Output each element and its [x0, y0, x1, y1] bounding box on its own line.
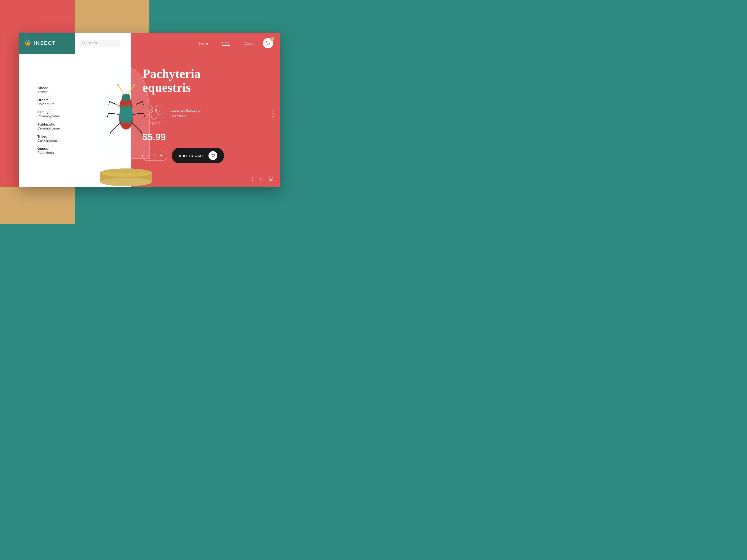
dot-1 — [273, 110, 274, 111]
svg-line-7 — [118, 85, 124, 95]
instagram-icon[interactable] — [269, 177, 273, 182]
svg-point-29 — [267, 44, 268, 45]
bg-top-center — [75, 0, 149, 33]
svg-line-20 — [144, 113, 145, 117]
nav-bar: Home Shop About 1 — [131, 33, 280, 54]
svg-line-15 — [111, 123, 120, 132]
svg-line-1 — [85, 44, 86, 45]
svg-line-8 — [128, 85, 134, 95]
svg-line-21 — [110, 132, 111, 135]
logo-text: INSECT — [34, 40, 56, 46]
add-to-cart-label: ADD TO CART — [179, 154, 205, 158]
cart-badge: 1 — [270, 37, 274, 41]
nav-links: Home Shop About — [199, 41, 254, 46]
vertical-divider — [273, 63, 273, 82]
svg-line-16 — [132, 123, 141, 132]
nav-home[interactable]: Home — [199, 41, 208, 45]
svg-point-9 — [117, 84, 119, 86]
cart-button[interactable]: 1 — [263, 38, 273, 48]
jar-base — [100, 168, 152, 187]
bell-jar-container — [96, 65, 156, 187]
svg-point-28 — [100, 168, 152, 177]
svg-line-22 — [141, 132, 143, 135]
svg-line-13 — [108, 113, 119, 114]
bg-bottom-left — [0, 187, 75, 224]
search-placeholder: Search... — [88, 41, 101, 45]
svg-point-6 — [122, 94, 130, 101]
product-meta: Locality: Malaysia Sex: Male — [171, 108, 200, 118]
svg-line-24 — [132, 104, 136, 106]
twitter-icon[interactable]: 𝕥 — [260, 177, 262, 182]
search-area: Search... — [69, 39, 125, 47]
insect-image — [105, 75, 147, 156]
svg-line-23 — [115, 104, 120, 106]
svg-point-10 — [133, 84, 135, 86]
facebook-icon[interactable]: f — [252, 177, 253, 182]
svg-point-51 — [272, 178, 272, 178]
svg-point-30 — [269, 44, 269, 45]
logo-area: 🐝 INSECT — [19, 33, 75, 54]
bell-jar-area — [89, 54, 163, 187]
dot-3 — [273, 116, 274, 117]
locality-info: Locality: Malaysia — [171, 108, 200, 112]
svg-line-18 — [143, 102, 144, 105]
logo-icon: 🐝 — [24, 40, 32, 47]
insect-svg — [107, 78, 145, 153]
search-box[interactable]: Search... — [78, 39, 121, 47]
svg-line-17 — [108, 102, 110, 105]
main-card: 🐝 INSECT Search... classification Class: — [19, 33, 280, 187]
header: 🐝 INSECT Search... — [19, 33, 131, 54]
dot-2 — [273, 113, 274, 114]
svg-point-50 — [270, 178, 272, 180]
svg-line-14 — [133, 113, 144, 114]
sex-info: Sex: Male — [171, 114, 200, 118]
nav-about[interactable]: About — [244, 41, 254, 45]
cart-icon-circle — [208, 151, 217, 160]
svg-point-27 — [100, 178, 152, 186]
dot-decorations — [273, 110, 274, 117]
cart-btn-icon — [211, 154, 215, 158]
cart-icon — [265, 41, 271, 46]
search-icon — [82, 41, 86, 45]
add-to-cart-button[interactable]: ADD TO CART — [172, 148, 224, 163]
svg-point-47 — [212, 157, 213, 157]
classification-watermark: classification — [44, 95, 55, 148]
svg-point-5 — [125, 105, 133, 124]
nav-shop[interactable]: Shop — [222, 41, 230, 46]
svg-point-48 — [213, 157, 214, 157]
svg-line-19 — [107, 113, 108, 117]
bg-top-left — [0, 0, 75, 33]
svg-rect-49 — [269, 177, 273, 181]
